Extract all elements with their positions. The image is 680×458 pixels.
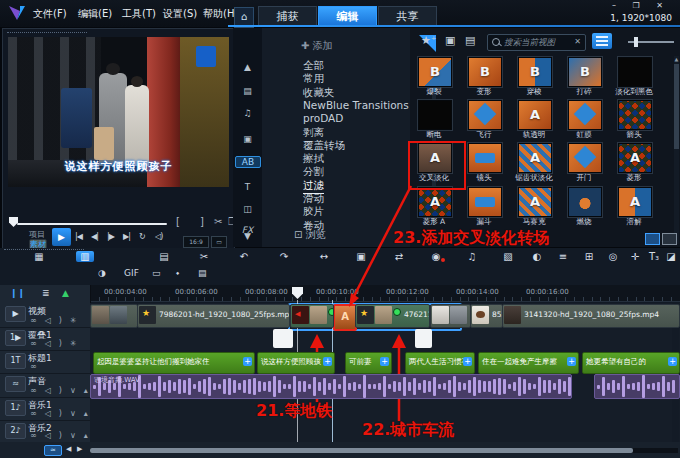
menu-1[interactable]: 编辑(E): [78, 7, 112, 21]
wave-view-icon[interactable]: ≈: [44, 445, 62, 456]
transition-thumb[interactable]: B: [568, 57, 602, 87]
browse-button[interactable]: ⊡ 浏览: [294, 228, 326, 242]
overlay-clip[interactable]: [273, 329, 293, 348]
title-clip[interactable]: 两代人生活习惯不+: [405, 352, 475, 374]
track-header-覆叠1[interactable]: 1▶覆叠1∞◁)✳: [0, 327, 90, 351]
split-screen-icon[interactable]: ⊞: [580, 251, 598, 262]
transition-item-菱形[interactable]: A菱形: [609, 143, 659, 183]
category-胶片[interactable]: 胶片: [303, 205, 324, 219]
time-remap-icon[interactable]: ⇄: [390, 251, 408, 262]
menu-2[interactable]: 工具(T): [122, 7, 156, 21]
end-frame-icon[interactable]: ▶|: [123, 232, 130, 241]
rail-scroll-up-icon[interactable]: ▲: [233, 62, 262, 72]
transition-thumb[interactable]: B: [518, 57, 552, 87]
track-lane-音乐1[interactable]: [90, 397, 680, 421]
clear-search-icon[interactable]: ✕: [574, 37, 581, 46]
transition-thumb[interactable]: A: [568, 100, 602, 130]
transition-item-穿梭[interactable]: B穿梭: [509, 57, 559, 97]
transition-thumb[interactable]: A: [618, 187, 652, 217]
track-list-icon[interactable]: ≣: [42, 288, 50, 298]
title-clip[interactable]: 可前妻+: [345, 352, 392, 374]
scroll-left-icon[interactable]: ◀: [66, 445, 71, 453]
transition-item-爆裂[interactable]: B爆裂: [409, 57, 459, 97]
multi-trim-icon[interactable]: ✂: [195, 251, 213, 262]
transition-item-打碎[interactable]: B打碎: [559, 57, 609, 97]
add-category[interactable]: ✚ 添加: [301, 39, 333, 53]
rail-scroll-down-icon[interactable]: ▼: [233, 231, 262, 241]
mark-out-icon[interactable]: ]: [200, 216, 204, 227]
rail-media-icon[interactable]: ▤: [233, 86, 262, 96]
rail-audio-icon[interactable]: ♫: [233, 108, 262, 118]
color-grade-icon[interactable]: ◉: [427, 251, 445, 262]
step-forward-icon[interactable]: |▶: [107, 232, 114, 241]
scrubber-track[interactable]: [17, 223, 167, 225]
title-clip[interactable]: 起因是婆婆坚持让他们搬到她家住+: [93, 352, 255, 374]
category-剥离[interactable]: 剥离: [303, 126, 324, 140]
search-box[interactable]: 搜索当前视图 ✕: [487, 34, 586, 51]
category-proDAD[interactable]: proDAD: [303, 112, 343, 124]
tab-捕获[interactable]: 捕获: [258, 6, 317, 26]
category-滑动[interactable]: 滑动: [303, 192, 324, 206]
rail-overlay-icon[interactable]: ◫: [233, 204, 262, 214]
transition-item-箭头[interactable]: 箭头: [609, 100, 659, 140]
category-收藏夹[interactable]: 收藏夹: [303, 86, 335, 100]
transition-item-飞行[interactable]: B飞行: [459, 100, 509, 140]
transition-thumb[interactable]: B: [468, 100, 502, 130]
transition-item-开门[interactable]: A开门: [559, 143, 609, 183]
show-library-icon[interactable]: ▤: [465, 34, 475, 47]
volume-icon[interactable]: ◁): [155, 232, 162, 241]
transition-thumb[interactable]: A: [518, 187, 552, 217]
aspect-select[interactable]: 16:9: [183, 236, 209, 248]
gallery-scrollbar[interactable]: ▲: [674, 56, 679, 244]
transition-thumb[interactable]: A: [518, 100, 552, 130]
safe-area-select[interactable]: ▭: [211, 236, 227, 248]
gif-creator-icon[interactable]: GIF: [124, 268, 139, 278]
track-header-声音[interactable]: ≈声音∞◁)∨▴: [0, 373, 90, 398]
transition-item-轨透明[interactable]: A轨透明: [509, 100, 559, 140]
audio-clip[interactable]: [594, 374, 680, 399]
audio-clip[interactable]: 语境音频.WAV: [90, 374, 572, 399]
transition-item-燃烧[interactable]: 燃烧: [559, 187, 609, 227]
transition-thumb[interactable]: [418, 100, 452, 130]
pan-zoom-icon[interactable]: ◑: [98, 268, 106, 278]
video-clip[interactable]: [90, 304, 138, 328]
voiceover-icon[interactable]: ⬩: [176, 268, 179, 279]
home-frame-icon[interactable]: |◀: [75, 232, 82, 241]
category-覆盖转场[interactable]: 覆盖转场: [303, 139, 345, 153]
step-back-icon[interactable]: ◀|: [91, 232, 98, 241]
rail-title-icon[interactable]: T: [233, 182, 262, 192]
transition-item-溶解[interactable]: A溶解: [609, 187, 659, 227]
rail-transition-icon[interactable]: AB: [235, 156, 261, 168]
overlay-clip[interactable]: [415, 329, 432, 348]
add-folder-icon[interactable]: [645, 233, 660, 245]
menu-3[interactable]: 设置(S): [163, 7, 197, 21]
tab-共享[interactable]: 共享: [378, 6, 437, 26]
track-header-音乐2[interactable]: 2♪音乐2∞◁)∨▴: [0, 420, 90, 443]
screen-record-icon[interactable]: ▭: [152, 268, 161, 278]
category-全部[interactable]: 全部: [303, 59, 324, 73]
mask-creator-icon[interactable]: ◪: [662, 251, 680, 262]
blend-icon[interactable]: ◐: [528, 251, 546, 262]
undo-icon[interactable]: ↶: [235, 251, 253, 262]
transition-item-虹膜[interactable]: A虹膜: [559, 100, 609, 140]
paste-attributes-icon[interactable]: ▤: [198, 268, 207, 278]
transition-item-变形[interactable]: B变形: [459, 57, 509, 97]
transition-thumb[interactable]: A: [618, 143, 652, 173]
transition-thumb[interactable]: [618, 57, 652, 87]
transition-item-断电[interactable]: 断电: [409, 100, 459, 140]
transition-item-菱形 A[interactable]: A菱形 A: [409, 187, 459, 227]
transition-thumb[interactable]: [468, 143, 502, 173]
transition-thumb[interactable]: [568, 187, 602, 217]
video-clip-855[interactable]: 855: [470, 304, 503, 328]
track-header-音乐1[interactable]: 1♪音乐1∞◁)∨▴: [0, 397, 90, 421]
resample-icon[interactable]: ▣: [352, 251, 370, 262]
transition-thumb[interactable]: A: [568, 143, 602, 173]
storyboard-view-icon[interactable]: ▦: [30, 251, 48, 262]
transition-item-锯齿状淡化[interactable]: A锯齿状淡化: [509, 143, 559, 183]
menu-0[interactable]: 文件(F): [33, 7, 67, 21]
copy-icon[interactable]: ▤: [155, 251, 173, 262]
copy-item-icon[interactable]: ▣: [445, 34, 455, 47]
timeline-hscrollbar[interactable]: [90, 448, 678, 453]
transition-thumb[interactable]: A: [418, 187, 452, 217]
snapshot-icon[interactable]: ▧: [499, 251, 517, 262]
